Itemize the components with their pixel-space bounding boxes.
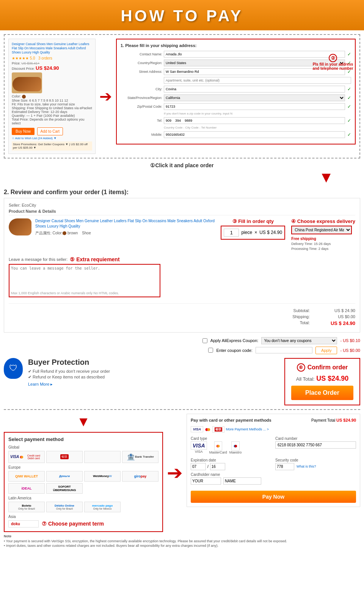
place-order-button[interactable]: Place Order: [291, 386, 353, 400]
apply-button[interactable]: Apply: [315, 347, 337, 354]
coupon-label: Apply AliExpress Coupon:: [210, 338, 259, 343]
header-banner: HOW TO PAY: [0, 0, 364, 30]
state-select[interactable]: California: [164, 94, 345, 101]
check-icon-mobile: ✓: [347, 132, 351, 137]
buyer-point1: ✔ Full Refund if you don't receive your …: [28, 369, 110, 374]
card-types: VISA VISA ●● MasterCard ●● Maestro: [191, 441, 271, 454]
extra-req-note: ⑤ Extra requiement: [70, 256, 119, 262]
buyer-point2: ✔ Refund or Keep items not as described: [28, 375, 110, 380]
bank-transfer-item[interactable]: 🏦 Bank Transfer: [122, 451, 158, 463]
pay-now-button[interactable]: Pay Now: [191, 491, 356, 503]
delivery-select[interactable]: China Post Registered Air Mail: [291, 226, 352, 234]
confirm-title: Confirm order: [308, 364, 348, 371]
learn-more-link[interactable]: Learn More ▸: [28, 382, 110, 387]
card-type-number-row: Card type VISA VISA ●● MasterCard: [191, 436, 356, 456]
delivery-section: ④ Choose express delivery China Post Reg…: [291, 218, 355, 252]
mobile-input[interactable]: [164, 131, 345, 138]
note-title: Note: [4, 534, 360, 538]
europe-payment-grid: QIWI WALLET Деньги WebMoney W giropay iD…: [8, 471, 158, 494]
shipping-row: Shipping: US $0.00: [9, 314, 355, 319]
mercado-item[interactable]: mercado pago Only for Mexico: [84, 502, 121, 512]
tel-input[interactable]: [164, 117, 345, 124]
doku-item[interactable]: doku: [8, 520, 39, 527]
debito-item[interactable]: Débito Online Only for Brazil: [46, 502, 83, 512]
coupon-select[interactable]: You don't have any coupons: [261, 337, 337, 344]
exp-year-input[interactable]: [210, 463, 225, 470]
total-label: Total:: [287, 320, 310, 326]
coupon-code-discount: - US $0.00: [340, 348, 360, 353]
extra-label-row: Leave a message for this seller: ⑤ Extra…: [9, 256, 355, 262]
card-type-maestro: ●● Maestro: [229, 441, 242, 454]
price-current: US $24.90: [36, 65, 59, 71]
add-to-cart-button[interactable]: Add to Cart: [37, 127, 63, 135]
dengi-item[interactable]: Деньги: [46, 471, 83, 482]
security-link[interactable]: What is this?: [297, 465, 316, 468]
qiwi-item[interactable]: QIWI WALLET: [8, 471, 45, 482]
unionpay-item[interactable]: 银联: [46, 451, 83, 463]
shield-icon-wrap: 🛡: [4, 358, 23, 379]
price-old: US $36.41+: [22, 61, 40, 65]
cardholder-first-input[interactable]: [191, 477, 221, 485]
total-row: Total: US $ 24.90: [9, 320, 355, 326]
visa-icon: VISA: [191, 426, 203, 432]
card-type-label: Card type: [191, 436, 271, 441]
confirm-order-box: ⑥ Confirm order All Total: US $24.90 Pla…: [284, 358, 360, 405]
check-icon-zip: ✓: [347, 104, 351, 109]
city-input[interactable]: [164, 86, 345, 93]
tel-hint: Country Code - City Code - Tel Number: [164, 126, 351, 129]
buyer-protection-row: 🛡 Buyer Protection ✔ Full Refund if you …: [4, 358, 360, 405]
delivery-time: Delivery Time: 15-26 days: [291, 242, 355, 247]
coupon-code-input[interactable]: [256, 347, 312, 353]
check-icon-state: ✓: [347, 95, 351, 100]
zip-input[interactable]: [164, 103, 345, 110]
coupon-code-checkbox[interactable]: [208, 348, 213, 353]
qty-box: piece × US $ 24.90: [221, 226, 285, 240]
sofort-item[interactable]: SOFORT ÜBERWEISUNG: [46, 483, 83, 494]
coupon-checkbox[interactable]: [202, 338, 207, 343]
message-textarea[interactable]: [11, 266, 158, 289]
form-row-city: City: ✓: [121, 86, 351, 93]
buy-now-button[interactable]: Buy Now: [12, 128, 35, 135]
buyer-protection-title: Buyer Protection: [28, 358, 110, 367]
shipping-label: Shipping:: [287, 314, 310, 319]
card-icons-row: VISA ●● 银联 More Payment Methods ... >: [191, 425, 356, 433]
order-product: Designer Causal Shoes Men Genuine Leathe…: [9, 218, 215, 236]
giropay-item[interactable]: giropay: [122, 471, 158, 482]
subtotal-value: US $ 24.90: [325, 308, 355, 313]
form-row-zip: Zip/Postal Code: ✓: [121, 103, 351, 110]
cardholder-col: Cardholder name: [191, 472, 356, 485]
card-number-input[interactable]: [275, 441, 356, 449]
promotions: Store Promotions: Get Seller Coupons ▼ |…: [12, 141, 92, 151]
qty-input[interactable]: [224, 229, 239, 237]
exp-month-input[interactable]: [191, 463, 206, 470]
more-methods-link[interactable]: More Payment Methods ... >: [226, 427, 269, 431]
ideal-item[interactable]: iDEAL: [8, 483, 45, 494]
cardholder-last-input[interactable]: [223, 477, 261, 485]
form-row-state: State/Province/Region: California ✓: [121, 94, 351, 101]
card-type-col: Card type VISA VISA ●● MasterCard: [191, 436, 271, 456]
street2-input[interactable]: [164, 77, 351, 84]
wishlist-link[interactable]: ☆ Add to Wish List (24 Added) ▼: [12, 137, 92, 140]
webmoney-item[interactable]: WebMoney W: [84, 471, 121, 482]
step2-annotation: ② Pls fill in your address and telephone…: [310, 54, 356, 71]
totals-section: Subtotal: US $ 24.90 Shipping: US $0.00 …: [9, 303, 355, 326]
payment-total-label: Payment Total: [311, 418, 335, 422]
form-row-street2: [121, 77, 351, 84]
boleto-item[interactable]: Boleto Only for Brazil: [8, 502, 45, 512]
note-item-1: • Your payment is secured with VeriSign …: [4, 539, 360, 543]
payment-right-header: Pay with card or other payment methods P…: [191, 418, 356, 422]
coupon-code-section: Enter coupon code: Apply - US $0.00: [4, 347, 360, 354]
card-type-visa: VISA VISA: [191, 441, 207, 454]
coupon-discount: - US $0.10: [340, 338, 360, 343]
product-buttons: Buy Now Add to Cart: [12, 127, 92, 135]
payment-arrow-right-icon: ➔: [163, 462, 187, 484]
qty-price: US $ 24.90: [259, 230, 282, 235]
mc-circle2: ●: [207, 425, 211, 433]
subtotal-label: Subtotal:: [287, 308, 310, 313]
security-code-input[interactable]: [275, 463, 294, 470]
card-number-label: Card number: [275, 436, 356, 441]
shoe-shape: [13, 77, 41, 91]
payment-total-amount: US $24.90: [336, 418, 356, 422]
visa-mc-item[interactable]: VISA ● ● Credit card Debit card: [8, 451, 45, 463]
section3-payment: ▼ Select payment method Global VISA ● ● …: [4, 414, 360, 532]
